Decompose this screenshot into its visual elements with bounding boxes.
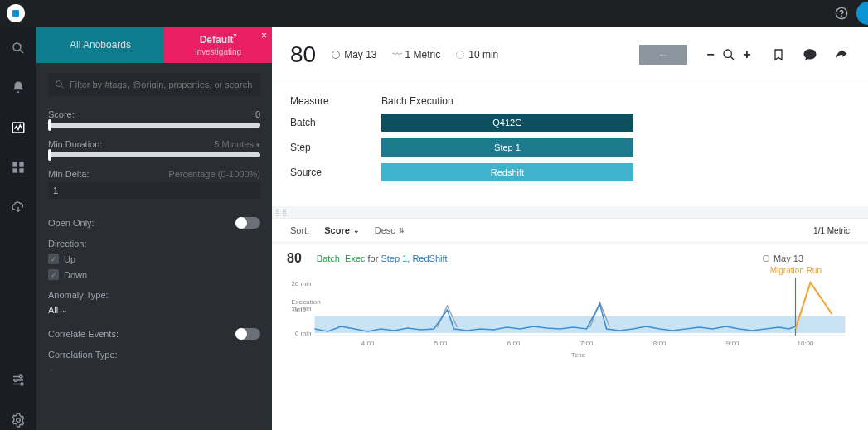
tab-all-anoboards[interactable]: All Anoboards xyxy=(36,27,164,63)
search-icon xyxy=(55,80,65,89)
tab-sublabel: Investigating xyxy=(195,47,241,56)
drag-handle[interactable]: ⣿⣿ xyxy=(272,206,868,218)
svg-text:4:00: 4:00 xyxy=(361,340,375,347)
min-delta-hint: Percentage (0-1000%) xyxy=(168,169,260,179)
correlation-type-dropdown[interactable]: ⌄ xyxy=(48,365,260,373)
step-pill[interactable]: Step 1 xyxy=(381,138,633,157)
correlation-type-label: Correlation Type: xyxy=(48,350,260,360)
search-input[interactable] xyxy=(70,80,254,89)
open-only-label: Open Only: xyxy=(48,218,95,228)
svg-text:0 min: 0 min xyxy=(295,330,312,337)
close-icon[interactable]: × xyxy=(261,30,267,41)
anomaly-score: 80 xyxy=(290,41,316,68)
min-delta-input[interactable] xyxy=(48,182,260,199)
side-panel: All Anoboards × Default* Investigating S… xyxy=(36,27,272,430)
zoom-icon[interactable] xyxy=(720,46,737,63)
chart-score: 80 xyxy=(287,251,302,266)
circle-icon xyxy=(762,254,770,263)
svg-point-2 xyxy=(13,43,21,51)
nav-gear-icon[interactable] xyxy=(8,410,28,430)
back-button[interactable]: ← xyxy=(639,45,687,65)
min-duration-slider[interactable] xyxy=(48,152,260,157)
svg-text:5:00: 5:00 xyxy=(434,340,448,347)
topbar-accent xyxy=(856,2,868,25)
search-input-wrapper[interactable] xyxy=(48,73,260,96)
min-duration-value: 5 Minutes ▾ xyxy=(214,139,260,149)
tab-label: Default* xyxy=(200,34,237,46)
score-label: Score: xyxy=(48,109,75,119)
svg-text:Time: Time xyxy=(571,351,586,359)
direction-up-checkbox[interactable]: ✓Up xyxy=(48,254,260,264)
batch-pill[interactable]: Q412G xyxy=(381,114,633,132)
direction-down-checkbox[interactable]: ✓Down xyxy=(48,269,260,280)
nav-anomaly-icon[interactable] xyxy=(8,118,28,138)
bookmark-icon[interactable] xyxy=(770,46,787,63)
svg-rect-7 xyxy=(19,168,23,172)
svg-text:7:00: 7:00 xyxy=(580,340,594,347)
svg-rect-5 xyxy=(19,162,23,166)
nav-bell-icon[interactable] xyxy=(8,78,28,98)
svg-text:20 min: 20 min xyxy=(291,280,311,287)
correlate-events-toggle[interactable] xyxy=(235,328,260,340)
chart-step-link[interactable]: Step 1 xyxy=(381,254,407,263)
svg-rect-3 xyxy=(12,123,24,133)
svg-point-11 xyxy=(457,51,464,59)
chart-metric-link[interactable]: Batch_Exec xyxy=(317,254,366,263)
svg-point-10 xyxy=(332,51,340,59)
svg-rect-4 xyxy=(12,162,17,166)
zoom-in-button[interactable]: + xyxy=(739,46,755,63)
svg-text:Time: Time xyxy=(292,306,307,313)
open-only-toggle[interactable] xyxy=(235,217,260,229)
svg-point-12 xyxy=(724,50,731,57)
direction-label: Direction: xyxy=(48,239,260,249)
source-pill[interactable]: Redshift xyxy=(381,163,633,181)
svg-text:9:00: 9:00 xyxy=(726,340,739,347)
measure-value: Batch Execution xyxy=(381,95,453,107)
svg-rect-6 xyxy=(12,168,17,172)
svg-text:Execution: Execution xyxy=(292,298,321,306)
clock-icon xyxy=(455,50,465,60)
chart-date: May 13 xyxy=(762,254,803,263)
min-delta-label: Min Delta: xyxy=(48,169,90,179)
anomaly-type-dropdown[interactable]: All⌄ xyxy=(48,305,260,315)
help-icon[interactable] xyxy=(833,5,850,22)
sort-order-dropdown[interactable]: Desc ⇅ xyxy=(375,225,405,235)
duration-meta: 10 min xyxy=(455,49,498,60)
correlate-events-label: Correlate Events: xyxy=(48,329,119,339)
min-duration-label: Min Duration: xyxy=(48,139,102,149)
chart-source-link[interactable]: RedShift xyxy=(412,254,447,263)
nav-cloud-download-icon[interactable] xyxy=(8,197,28,217)
chart-annotation: Migration Run xyxy=(770,266,822,275)
nav-sliders-icon[interactable] xyxy=(8,370,28,390)
svg-point-9 xyxy=(56,81,62,87)
sort-arrows-icon: ⇅ xyxy=(399,227,405,234)
nav-grid-icon[interactable] xyxy=(8,157,28,177)
date-meta: May 13 xyxy=(331,49,376,60)
calendar-icon xyxy=(331,50,341,60)
tab-label: All Anoboards xyxy=(70,39,131,51)
sort-field-dropdown[interactable]: Score ⌄ xyxy=(324,225,360,235)
filters: Score: 0 Min Duration: 5 Minutes ▾ Min D… xyxy=(36,63,272,430)
tab-default[interactable]: × Default* Investigating xyxy=(164,27,272,63)
step-label: Step xyxy=(290,142,381,153)
score-slider[interactable] xyxy=(48,123,260,128)
chart-area: 80 Batch_Exec for Step 1, RedShift May 1… xyxy=(272,243,868,430)
pulse-icon: 〰 xyxy=(392,49,402,60)
svg-text:8:00: 8:00 xyxy=(653,340,667,347)
app-logo[interactable] xyxy=(7,4,25,22)
sort-label: Sort: xyxy=(290,225,309,235)
topbar xyxy=(0,0,868,27)
svg-text:6:00: 6:00 xyxy=(507,340,521,347)
chevron-down-icon: ⌄ xyxy=(353,226,360,234)
comment-icon[interactable] xyxy=(802,46,818,63)
metric-meta: 〰 1 Metric xyxy=(392,49,441,60)
tabs: All Anoboards × Default* Investigating xyxy=(36,27,272,63)
detail-block: Measure Batch Execution Batch Q412G Step… xyxy=(272,80,868,206)
metric-count: 1/1 Metric xyxy=(813,226,850,235)
svg-point-8 xyxy=(17,418,21,423)
nav-search-icon[interactable] xyxy=(8,38,28,58)
detail-header: 80 May 13 〰 1 Metric 10 min ← − + xyxy=(272,27,868,80)
zoom-out-button[interactable]: − xyxy=(702,46,719,63)
share-icon[interactable] xyxy=(833,46,850,63)
timeseries-chart[interactable]: 20 min 10 min 0 min Execution Time xyxy=(287,271,853,362)
